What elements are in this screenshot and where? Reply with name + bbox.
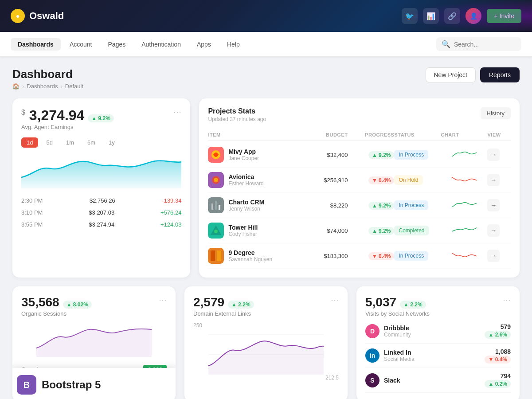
table-row: Avionica Esther Howard $256,910 ▼ 0.4% O… bbox=[208, 168, 511, 193]
earnings-card: $ 3,274.94 ▲ 9.2% Avg. Agent Earnings ⋯ … bbox=[12, 98, 190, 278]
earnings-amount: $ 3,274.94 bbox=[21, 107, 84, 124]
organic-chart bbox=[21, 321, 167, 357]
organic-amount: 35,568 bbox=[21, 295, 59, 309]
nav-dashboards[interactable]: Dashboards bbox=[11, 38, 61, 51]
nav-account[interactable]: Account bbox=[63, 38, 99, 51]
topbar-bird-icon[interactable]: 🐦 bbox=[402, 8, 418, 24]
brand-name: Oswald bbox=[29, 10, 64, 22]
social-networks-card: 5,037 ▲ 2.2% Visits by Social Networks ⋯… bbox=[356, 286, 520, 399]
earnings-label: Avg. Agent Earnings bbox=[21, 124, 114, 130]
reports-button[interactable]: Reports bbox=[480, 67, 520, 82]
search-input[interactable] bbox=[454, 41, 516, 48]
svg-rect-13 bbox=[211, 250, 215, 261]
domain-amount: 2,579 bbox=[193, 295, 224, 309]
page-content: Dashboard 🏠 › Dashboards › Default New P… bbox=[0, 57, 532, 399]
domain-label: Domain External Links bbox=[193, 310, 254, 317]
item-cell: 9 Degree Savannah Nguyen bbox=[208, 248, 301, 264]
brand-icon: ● bbox=[11, 9, 25, 23]
breadcrumb-default: Default bbox=[65, 83, 83, 90]
linkedin-icon: in bbox=[365, 348, 379, 363]
col-status: STATUS bbox=[394, 132, 441, 137]
filter-6m[interactable]: 6m bbox=[82, 137, 101, 148]
bootstrap-overlay: B Bootstrap 5 bbox=[12, 368, 176, 399]
view-btn-9degree[interactable]: → bbox=[487, 250, 500, 262]
nav-authentication[interactable]: Authentication bbox=[134, 38, 188, 51]
item-cell: Tower Hill Cody Fisher bbox=[208, 223, 301, 239]
charto-icon bbox=[208, 197, 224, 213]
table-row: Charto CRM Jenny Wilson $8,220 ▲ 9.2% In… bbox=[208, 193, 511, 218]
earnings-data-rows: 2:30 PM $2,756.26 -139.34 3:10 PM $3,207… bbox=[21, 196, 181, 230]
filter-1y[interactable]: 1y bbox=[103, 137, 120, 148]
bootstrap-icon: B bbox=[17, 375, 36, 395]
search-icon: 🔍 bbox=[442, 40, 450, 48]
mivy-app-icon bbox=[208, 147, 224, 163]
tower-hill-icon bbox=[208, 223, 224, 239]
invite-button[interactable]: + Invite bbox=[487, 9, 521, 23]
topbar-actions: 🐦 📊 🔗 👤 + Invite bbox=[402, 8, 521, 24]
col-budget: BUDGET bbox=[301, 132, 348, 137]
col-view: VIEW bbox=[487, 132, 511, 137]
nav-apps[interactable]: Apps bbox=[190, 38, 218, 51]
history-button[interactable]: History bbox=[481, 107, 511, 119]
earnings-header: $ 3,274.94 ▲ 9.2% Avg. Agent Earnings ⋯ bbox=[21, 107, 181, 136]
filter-1m[interactable]: 1m bbox=[61, 137, 79, 148]
svg-rect-7 bbox=[215, 201, 217, 210]
currency-symbol: $ bbox=[21, 109, 25, 116]
social-amount: 5,037 bbox=[365, 295, 396, 309]
top-cards-grid: $ 3,274.94 ▲ 9.2% Avg. Agent Earnings ⋯ … bbox=[12, 98, 520, 278]
earnings-more-icon[interactable]: ⋯ bbox=[173, 107, 181, 117]
domain-links-card: 2,579 ▲ 2.2% Domain External Links ⋯ 250 bbox=[184, 286, 348, 399]
table-header: ITEM BUDGET PROGRESS STATUS CHART VIEW bbox=[208, 129, 511, 141]
bootstrap-text: Bootstrap 5 bbox=[42, 379, 101, 391]
filter-5d[interactable]: 5d bbox=[41, 137, 58, 148]
topbar-share-icon[interactable]: 🔗 bbox=[444, 8, 460, 24]
domain-chart bbox=[193, 330, 339, 375]
header-buttons: New Project Reports bbox=[426, 67, 520, 82]
organic-more-icon[interactable]: ⋯ bbox=[159, 295, 167, 305]
svg-point-11 bbox=[214, 230, 218, 233]
topbar-chart-icon[interactable]: 📊 bbox=[423, 8, 439, 24]
domain-badge: ▲ 2.2% bbox=[228, 301, 254, 309]
new-project-button[interactable]: New Project bbox=[426, 67, 476, 82]
nav-pages[interactable]: Pages bbox=[101, 38, 133, 51]
table-row: Tower Hill Cody Fisher $74,000 ▲ 9.2% Co… bbox=[208, 218, 511, 243]
view-btn-mivy[interactable]: → bbox=[487, 149, 500, 161]
bottom-grid: 35,568 ▲ 8.02% Organic Sessions ⋯ Canada… bbox=[12, 286, 520, 399]
social-badge: ▲ 2.2% bbox=[400, 301, 426, 309]
data-row-3: 3:55 PM $3,274.94 +124.03 bbox=[21, 219, 181, 230]
social-more-icon[interactable]: ⋯ bbox=[503, 295, 511, 305]
earnings-chart bbox=[21, 153, 181, 188]
organic-label: Organic Sessions bbox=[21, 310, 92, 317]
nine-degree-icon bbox=[208, 248, 224, 264]
earnings-badge: ▲ 9.2% bbox=[88, 114, 114, 122]
projects-title: Projects Stats bbox=[208, 107, 266, 115]
page-header: Dashboard 🏠 › Dashboards › Default New P… bbox=[12, 67, 520, 90]
item-cell: Avionica Esther Howard bbox=[208, 172, 301, 188]
view-btn-avionica[interactable]: → bbox=[487, 174, 500, 186]
nav-links: Dashboards Account Pages Authentication … bbox=[11, 38, 436, 51]
view-btn-tower[interactable]: → bbox=[487, 224, 500, 237]
search-bar: 🔍 bbox=[436, 37, 521, 51]
page-title-block: Dashboard 🏠 › Dashboards › Default bbox=[12, 67, 83, 90]
projects-updated: Updated 37 minutes ago bbox=[208, 116, 266, 122]
nav-help[interactable]: Help bbox=[220, 38, 247, 51]
social-label: Visits by Social Networks bbox=[365, 310, 430, 317]
organic-sessions-card: 35,568 ▲ 8.02% Organic Sessions ⋯ Canada… bbox=[12, 286, 176, 399]
slack-icon: S bbox=[365, 373, 379, 387]
filter-1d[interactable]: 1d bbox=[21, 137, 38, 148]
col-item: ITEM bbox=[208, 132, 301, 137]
breadcrumb-dashboards[interactable]: Dashboards bbox=[27, 83, 58, 90]
breadcrumb: 🏠 › Dashboards › Default bbox=[12, 83, 83, 90]
social-item-linkedin: in Linked In Social Media 1,088 ▼ 0.4% bbox=[365, 344, 511, 368]
main-nav: Dashboards Account Pages Authentication … bbox=[0, 32, 532, 57]
data-row-1: 2:30 PM $2,756.26 -139.34 bbox=[21, 196, 181, 206]
organic-badge: ▲ 8.02% bbox=[63, 301, 92, 309]
view-btn-charto[interactable]: → bbox=[487, 199, 500, 211]
topbar: ● Oswald 🐦 📊 🔗 👤 + Invite bbox=[0, 0, 532, 32]
projects-card-header: Projects Stats Updated 37 minutes ago Hi… bbox=[208, 107, 511, 122]
domain-more-icon[interactable]: ⋯ bbox=[331, 295, 339, 305]
svg-rect-14 bbox=[217, 250, 221, 261]
avatar[interactable]: 👤 bbox=[466, 8, 481, 24]
svg-rect-8 bbox=[219, 205, 220, 210]
item-cell: Charto CRM Jenny Wilson bbox=[208, 197, 301, 213]
